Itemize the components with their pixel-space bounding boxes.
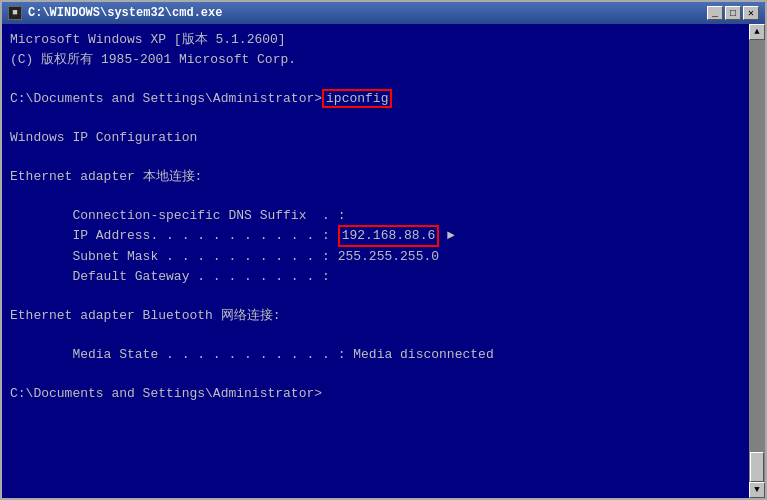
output-line-15: Ethernet adapter Bluetooth 网络连接: — [10, 306, 741, 326]
output-line-16 — [10, 325, 741, 345]
title-bar: ■ C:\WINDOWS\system32\cmd.exe _ □ ✕ — [2, 2, 765, 24]
terminal-output[interactable]: Microsoft Windows XP [版本 5.1.2600] (C) 版… — [2, 24, 749, 498]
output-line-4: C:\Documents and Settings\Administrator>… — [10, 89, 741, 109]
title-bar-left: ■ C:\WINDOWS\system32\cmd.exe — [8, 6, 222, 20]
ip-label: IP Address. . . . . . . . . . . : — [10, 228, 338, 243]
output-line-12: Subnet Mask . . . . . . . . . . : 255.25… — [10, 247, 741, 267]
output-line-1: Microsoft Windows XP [版本 5.1.2600] — [10, 30, 741, 50]
scroll-up-button[interactable]: ▲ — [749, 24, 765, 40]
scroll-down-button[interactable]: ▼ — [749, 482, 765, 498]
scrollbar: ▲ ▼ — [749, 24, 765, 498]
cursor-indicator: ► — [439, 228, 455, 243]
close-button[interactable]: ✕ — [743, 6, 759, 20]
output-line-17: Media State . . . . . . . . . . . : Medi… — [10, 345, 741, 365]
window-controls: _ □ ✕ — [707, 6, 759, 20]
output-line-8: Ethernet adapter 本地连接: — [10, 167, 741, 187]
output-line-13: Default Gateway . . . . . . . . : — [10, 267, 741, 287]
output-line-3 — [10, 69, 741, 89]
output-line-7 — [10, 147, 741, 167]
minimize-button[interactable]: _ — [707, 6, 723, 20]
ip-address-value: 192.168.88.6 — [338, 225, 440, 247]
scroll-track[interactable] — [749, 40, 765, 482]
cmd-window: ■ C:\WINDOWS\system32\cmd.exe _ □ ✕ Micr… — [0, 0, 767, 500]
scroll-thumb[interactable] — [750, 452, 764, 482]
window-icon: ■ — [8, 6, 22, 20]
ipconfig-command: ipconfig — [322, 89, 392, 108]
output-line-18 — [10, 364, 741, 384]
output-line-10: Connection-specific DNS Suffix . : — [10, 206, 741, 226]
output-line-19: C:\Documents and Settings\Administrator> — [10, 384, 741, 404]
output-line-14 — [10, 286, 741, 306]
window-title: C:\WINDOWS\system32\cmd.exe — [28, 6, 222, 20]
output-line-5 — [10, 108, 741, 128]
output-line-6: Windows IP Configuration — [10, 128, 741, 148]
prompt-1: C:\Documents and Settings\Administrator> — [10, 91, 322, 106]
output-line-9 — [10, 186, 741, 206]
output-line-11: IP Address. . . . . . . . . . . : 192.16… — [10, 225, 741, 247]
output-line-2: (C) 版权所有 1985-2001 Microsoft Corp. — [10, 50, 741, 70]
maximize-button[interactable]: □ — [725, 6, 741, 20]
content-area: Microsoft Windows XP [版本 5.1.2600] (C) 版… — [2, 24, 765, 498]
